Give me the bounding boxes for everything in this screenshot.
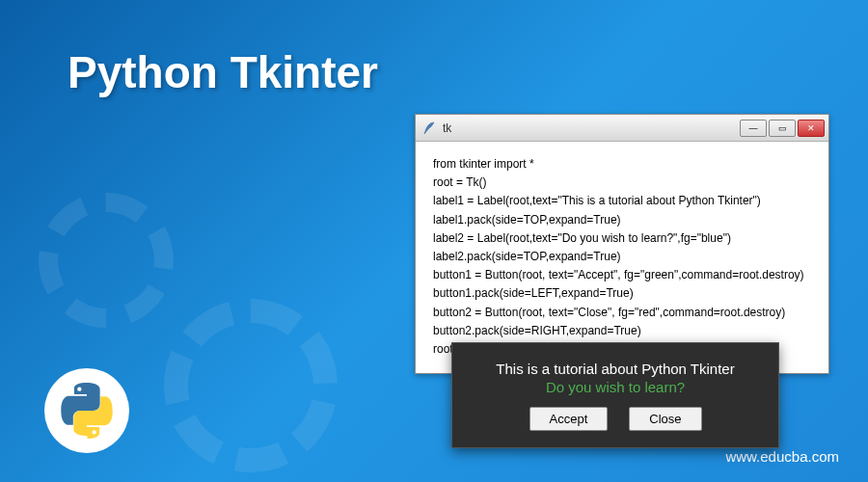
- python-icon: [58, 382, 116, 440]
- code-line: label2 = Label(root,text="Do you wish to…: [433, 229, 811, 248]
- code-content: from tkinter import * root = Tk() label1…: [416, 142, 828, 373]
- minimize-button[interactable]: —: [740, 120, 767, 137]
- tk-titlebar[interactable]: tk — ▭ ✕: [416, 115, 828, 142]
- code-line: button2.pack(side=RIGHT,expand=True): [433, 322, 811, 340]
- tk-window: tk — ▭ ✕ from tkinter import * root = Tk…: [415, 114, 829, 374]
- accept-button[interactable]: Accept: [529, 407, 609, 431]
- dialog-label-2: Do you wish to learn?: [546, 379, 685, 395]
- dialog-button-row: Accept Close: [529, 407, 702, 431]
- background-gear-decoration: [164, 299, 338, 472]
- code-line: button1.pack(side=LEFT,expand=True): [433, 284, 811, 303]
- code-line: root = Tk(): [433, 174, 811, 192]
- window-controls: — ▭ ✕: [740, 120, 825, 137]
- page-title: Python Tkinter: [68, 46, 378, 98]
- code-line: from tkinter import *: [433, 155, 811, 174]
- tk-feather-icon: [421, 120, 437, 136]
- code-line: label2.pack(side=TOP,expand=True): [433, 248, 811, 266]
- code-line: button1 = Button(root, text="Accept", fg…: [433, 266, 811, 284]
- dialog-label-1: This is a tutorial about Python Tkinter: [496, 361, 734, 377]
- python-logo: [44, 368, 129, 453]
- code-line: button2 = Button(root, text="Close", fg=…: [433, 304, 811, 322]
- background-gear-decoration: [39, 193, 174, 328]
- tkinter-output-dialog: This is a tutorial about Python Tkinter …: [451, 342, 779, 448]
- website-url: www.educba.com: [725, 448, 839, 465]
- code-line: label1 = Label(root,text="This is a tuto…: [433, 192, 811, 210]
- tk-window-title: tk: [443, 121, 740, 135]
- maximize-button[interactable]: ▭: [769, 120, 796, 137]
- close-button[interactable]: ✕: [798, 120, 825, 137]
- close-button[interactable]: Close: [629, 407, 701, 431]
- code-line: label1.pack(side=TOP,expand=True): [433, 211, 811, 229]
